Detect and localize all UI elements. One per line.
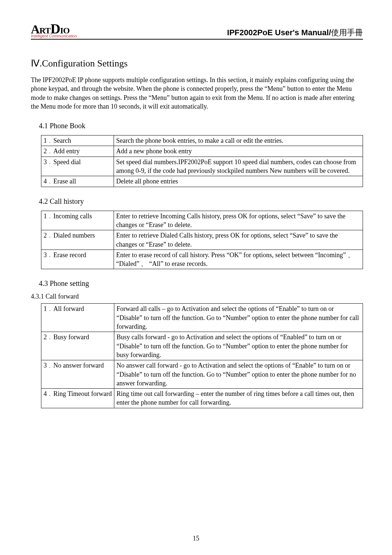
row-label: 3﹒Erase record <box>41 250 114 269</box>
row-label: 4﹒Erase all <box>41 176 114 187</box>
row-desc: Set speed dial numbers.IPF2002PoE suppor… <box>114 157 363 176</box>
row-label: 1﹒All forward <box>41 304 114 332</box>
page-number: 15 <box>0 535 392 542</box>
phone-book-heading: 4.1 Phone Book <box>39 122 363 130</box>
row-desc: Delete all phone entries <box>114 176 363 187</box>
product-title: IPF2002PoE User's Manual/使用手冊 <box>227 27 363 38</box>
logo-subtitle: Intelligent Communication <box>31 34 77 38</box>
phone-book-table: 1﹒Search Search the phone book entries, … <box>41 135 363 187</box>
call-forward-table: 1﹒All forward Forward all calls – go to … <box>41 303 363 408</box>
row-desc: No answer call forward - go to Activatio… <box>114 360 363 389</box>
row-desc: Forward all calls – go to Activation and… <box>114 304 363 332</box>
brand-logo: ArtDio Intelligent Communication <box>31 22 77 38</box>
row-desc: Ring time out call forwarding – enter th… <box>114 389 363 408</box>
row-label: 1﹒Search <box>41 135 114 146</box>
row-label: 3﹒No answer forward <box>41 360 114 389</box>
table-row: 3﹒No answer forward No answer call forwa… <box>41 360 363 389</box>
table-row: 1﹒Search Search the phone book entries, … <box>41 135 363 146</box>
table-row: 2﹒Busy forward Busy calls forward - go t… <box>41 332 363 360</box>
call-history-heading: 4.2 Call history <box>39 197 363 206</box>
product-title-en: IPF2002PoE User's Manual/ <box>227 28 331 37</box>
table-row: 1﹒All forward Forward all calls – go to … <box>41 304 363 332</box>
row-desc: Enter to retrieve Incoming Calls history… <box>114 211 363 230</box>
phone-setting-heading: 4.3 Phone setting <box>39 279 363 288</box>
row-desc: Busy calls forward - go to Activation an… <box>114 332 363 360</box>
table-row: 3﹒Erase record Enter to erase record of … <box>41 250 363 269</box>
row-label: 2﹒Dialed numbers <box>41 230 114 250</box>
table-row: 3﹒Speed dial Set speed dial numbers.IPF2… <box>41 157 363 176</box>
row-desc: Search the phone book entries, to make a… <box>114 135 363 146</box>
table-row: 2﹒Add entry Add a new phone book entry <box>41 146 363 157</box>
table-row: 2﹒Dialed numbers Enter to retrieve Diale… <box>41 230 363 250</box>
row-label: 2﹒Add entry <box>41 146 114 157</box>
row-desc: Enter to erase record of call history. P… <box>114 250 363 269</box>
call-history-table: 1﹒Incoming calls Enter to retrieve Incom… <box>41 211 363 270</box>
row-label: 2﹒Busy forward <box>41 332 114 360</box>
call-forward-heading: 4.3.1 Call forward <box>31 293 363 300</box>
table-row: 1﹒Incoming calls Enter to retrieve Incom… <box>41 211 363 230</box>
row-label: 3﹒Speed dial <box>41 157 114 176</box>
section-intro: The IPF2002PoE IP phone supports multipl… <box>31 76 363 111</box>
page-header: ArtDio Intelligent Communication IPF2002… <box>31 22 363 40</box>
row-label: 4﹒Ring Timeout forward <box>41 389 114 408</box>
product-title-cjk: 使用手冊 <box>331 28 363 37</box>
section-title: Ⅳ.Configuration Settings <box>31 58 363 69</box>
row-label: 1﹒Incoming calls <box>41 211 114 230</box>
table-row: 4﹒Ring Timeout forward Ring time out cal… <box>41 389 363 408</box>
row-desc: Enter to retrieve Dialed Calls history, … <box>114 230 363 250</box>
row-desc: Add a new phone book entry <box>114 146 363 157</box>
table-row: 4﹒Erase all Delete all phone entries <box>41 176 363 187</box>
